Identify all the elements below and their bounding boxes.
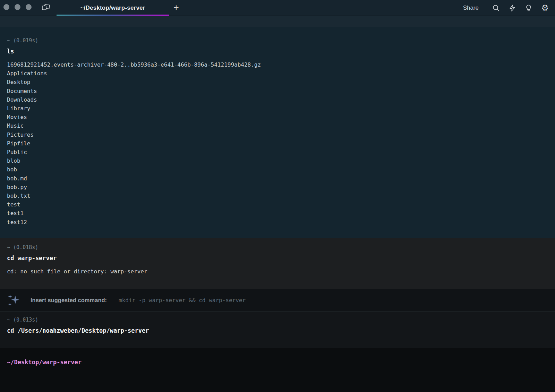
settings-button[interactable]: ⚙ bbox=[541, 4, 549, 12]
minimize-window-button[interactable] bbox=[15, 4, 20, 10]
output-line: Applications bbox=[7, 69, 548, 78]
output-line: blob bbox=[7, 156, 548, 165]
output-line: bob.py bbox=[7, 183, 548, 191]
gear-icon: ⚙ bbox=[541, 4, 549, 12]
suggestion-label: Insert suggested command: bbox=[31, 297, 107, 304]
command-block-cd-warp-server[interactable]: ~ (0.018s) cd warp-server cd: no such fi… bbox=[0, 238, 555, 289]
bookmarks-button[interactable] bbox=[40, 3, 52, 13]
terminal-tab[interactable]: ~/Desktop/warp-server bbox=[57, 0, 169, 16]
output-line: Public bbox=[7, 148, 548, 156]
block-command: ls bbox=[7, 47, 548, 56]
block-error-output: cd: no such file or directory: warp-serv… bbox=[7, 267, 548, 276]
output-line: test1 bbox=[7, 209, 548, 218]
block-command: cd /Users/noahzweben/Desktop/warp-server bbox=[7, 326, 548, 335]
command-block-cd-full-path[interactable]: ~ (0.013s) cd /Users/noahzweben/Desktop/… bbox=[0, 312, 555, 348]
output-line: Documents bbox=[7, 87, 548, 95]
lightning-bolt-icon bbox=[509, 4, 516, 12]
zoom-window-button[interactable] bbox=[26, 4, 32, 10]
output-line: Pictures bbox=[7, 130, 548, 139]
traffic-lights bbox=[3, 4, 32, 10]
output-line: Library bbox=[7, 104, 548, 113]
tab-active-underline bbox=[57, 15, 169, 16]
output-line: Downloads bbox=[7, 95, 548, 104]
block-header: ~ (0.019s) bbox=[7, 37, 548, 44]
scrollback-band bbox=[0, 16, 555, 27]
output-line: bob.txt bbox=[7, 191, 548, 200]
output-line: Desktop bbox=[7, 78, 548, 86]
search-icon bbox=[492, 4, 500, 12]
command-block-ls[interactable]: ~ (0.019s) ls 1696812921452.events-archi… bbox=[0, 27, 555, 238]
new-tab-button[interactable]: + bbox=[171, 2, 182, 13]
titlebar-actions: Share bbox=[463, 0, 549, 16]
sparkles-icon bbox=[8, 293, 20, 307]
output-line: test bbox=[7, 200, 548, 209]
output-line: bob.md bbox=[7, 174, 548, 183]
share-button[interactable]: Share bbox=[463, 5, 479, 11]
block-header: ~ (0.013s) bbox=[7, 316, 548, 324]
prompt-current-directory: ~/Desktop/warp-server bbox=[7, 359, 82, 366]
search-button[interactable] bbox=[492, 4, 500, 12]
tab-title: ~/Desktop/warp-server bbox=[80, 5, 145, 11]
output-line: 1696812921452.events-archiver-480-2..bb5… bbox=[7, 60, 548, 69]
output-line: Movies bbox=[7, 113, 548, 121]
terminal-input-area[interactable]: ~/Desktop/warp-server bbox=[0, 348, 555, 392]
block-command: cd warp-server bbox=[7, 254, 548, 262]
output-line: Music bbox=[7, 121, 548, 130]
tips-button[interactable] bbox=[525, 4, 532, 12]
block-header: ~ (0.018s) bbox=[7, 244, 548, 251]
output-line: bob bbox=[7, 165, 548, 174]
overlapping-panes-icon bbox=[42, 3, 51, 12]
output-line: cd: no such file or directory: warp-serv… bbox=[7, 267, 548, 276]
output-line: Pipfile bbox=[7, 139, 548, 148]
output-line: test12 bbox=[7, 218, 548, 227]
titlebar: ~/Desktop/warp-server + Share bbox=[0, 0, 555, 16]
suggested-command[interactable]: mkdir -p warp-server && cd warp-server bbox=[119, 297, 246, 304]
lightbulb-icon bbox=[525, 4, 532, 12]
ai-command-button[interactable] bbox=[509, 4, 516, 12]
insert-suggested-command-bar[interactable]: Insert suggested command: mkdir -p warp-… bbox=[0, 289, 555, 312]
close-window-button[interactable] bbox=[3, 4, 9, 10]
block-output: 1696812921452.events-archiver-480-2..bb5… bbox=[7, 60, 548, 227]
